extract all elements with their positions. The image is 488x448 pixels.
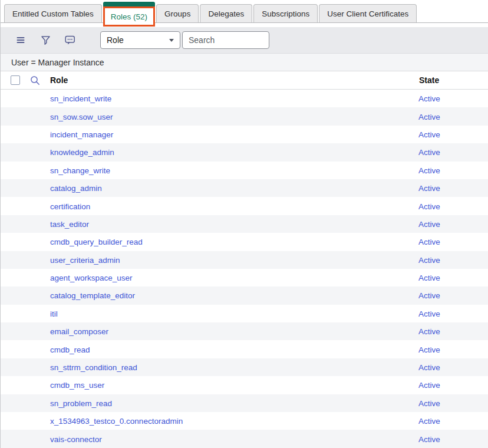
state-link[interactable]: Active: [418, 256, 440, 265]
state-link[interactable]: Active: [418, 166, 440, 175]
active-tab-indicator: [103, 2, 155, 6]
table-row: knowledge_admin Active: [1, 143, 488, 161]
role-link[interactable]: vais-connector: [50, 435, 102, 444]
state-link[interactable]: Active: [418, 220, 440, 229]
selected-column: Role: [107, 35, 124, 45]
role-link[interactable]: catalog_template_editor: [50, 291, 135, 300]
tab-groups[interactable]: Groups: [156, 4, 199, 22]
role-cell: x_1534963_testco_0.connectoradmin: [1, 416, 418, 426]
tab-entitled-custom-tables[interactable]: Entitled Custom Tables: [4, 4, 102, 22]
tab-label: Roles (52): [111, 12, 147, 21]
filter-button[interactable]: [40, 35, 51, 45]
role-link[interactable]: cmdb_read: [50, 345, 90, 354]
state-link[interactable]: Active: [418, 309, 440, 318]
state-link[interactable]: Active: [418, 94, 440, 103]
breadcrumb-condition[interactable]: User = Manager Instance: [11, 58, 104, 67]
state-link[interactable]: Active: [418, 345, 440, 354]
role-link[interactable]: email_composer: [50, 327, 108, 336]
table-row: cmdb_read Active: [1, 340, 488, 358]
role-link[interactable]: sn_change_write: [50, 166, 110, 175]
role-link[interactable]: x_1534963_testco_0.connectoradmin: [50, 417, 183, 426]
state-link[interactable]: Active: [418, 202, 440, 211]
search-input[interactable]: [182, 31, 269, 49]
column-header-state[interactable]: State: [419, 75, 439, 85]
table-row: catalog_admin Active: [1, 179, 488, 197]
breadcrumb: User = Manager Instance: [1, 53, 488, 71]
state-link[interactable]: Active: [418, 417, 440, 426]
role-link[interactable]: itil: [50, 309, 58, 318]
role-cell: sn_problem_read: [1, 398, 418, 409]
tab-subscriptions[interactable]: Subscriptions: [253, 4, 318, 22]
tab-label: User Client Certificates: [327, 9, 408, 18]
role-cell: agent_workspace_user: [1, 272, 418, 283]
role-cell: catalog_template_editor: [1, 290, 418, 301]
chevron-down-icon: [169, 39, 174, 42]
list-menu-button[interactable]: [15, 35, 26, 45]
table-row: catalog_template_editor Active: [1, 286, 488, 304]
role-link[interactable]: sn_sttrm_condition_read: [50, 363, 137, 372]
column-header-role[interactable]: Role: [50, 75, 68, 85]
role-link[interactable]: knowledge_admin: [50, 148, 114, 157]
state-link[interactable]: Active: [418, 184, 440, 193]
chat-button[interactable]: [65, 35, 75, 45]
state-link[interactable]: Active: [418, 291, 440, 300]
table-row: user_criteria_admin Active: [1, 251, 488, 269]
table-row: sn_sow.sow_user Active: [1, 107, 488, 125]
state-link[interactable]: Active: [418, 381, 440, 390]
state-link[interactable]: Active: [418, 399, 440, 408]
highlight-annotation-box: Roles (52): [103, 6, 155, 27]
state-link[interactable]: Active: [418, 238, 440, 246]
state-cell: Active: [418, 308, 488, 319]
state-link[interactable]: Active: [418, 435, 440, 444]
state-link[interactable]: Active: [418, 130, 440, 139]
role-cell: email_composer: [1, 326, 418, 337]
tab-label: Subscriptions: [262, 9, 309, 18]
roles-list: sn_incident_write Active sn_sow.sow_user…: [1, 90, 488, 448]
table-row: sn_change_write Active: [1, 162, 488, 179]
state-link[interactable]: Active: [418, 363, 440, 372]
table-row: cmdb_ms_user Active: [1, 376, 488, 394]
state-cell: Active: [418, 434, 488, 444]
tab-user-client-certificates[interactable]: User Client Certificates: [319, 4, 417, 22]
select-all-checkbox[interactable]: [11, 75, 20, 85]
role-cell: sn_sow.sow_user: [1, 111, 418, 122]
role-link[interactable]: sn_sow.sow_user: [50, 113, 113, 121]
role-link[interactable]: agent_workspace_user: [50, 274, 133, 282]
table-row: vais-connector Active: [1, 430, 488, 447]
state-cell: Active: [418, 380, 488, 390]
role-cell: sn_sttrm_condition_read: [1, 362, 418, 373]
table-row: itil Active: [1, 305, 488, 322]
state-cell: Active: [418, 201, 488, 212]
state-cell: Active: [418, 165, 488, 176]
tab-label: Entitled Custom Tables: [12, 9, 94, 18]
table-row: incident_manager Active: [1, 126, 488, 143]
tab-delegates[interactable]: Delegates: [200, 4, 252, 22]
role-link[interactable]: user_criteria_admin: [50, 256, 120, 265]
role-cell: cmdb_read: [1, 344, 418, 355]
state-link[interactable]: Active: [418, 327, 440, 336]
table-row: task_editor Active: [1, 215, 488, 233]
role-link[interactable]: task_editor: [50, 220, 89, 229]
role-link[interactable]: cmdb_query_builder_read: [50, 238, 143, 246]
table-row: sn_incident_write Active: [1, 90, 488, 107]
tab-roles[interactable]: Roles (52): [103, 2, 155, 27]
search-column-select[interactable]: Role: [100, 31, 180, 49]
state-link[interactable]: Active: [418, 113, 440, 121]
role-link[interactable]: catalog_admin: [50, 184, 102, 193]
filter-icon: [41, 35, 51, 45]
role-cell: sn_change_write: [1, 165, 418, 176]
state-cell: Active: [418, 111, 488, 122]
role-link[interactable]: incident_manager: [50, 130, 113, 139]
role-link[interactable]: sn_incident_write: [50, 94, 111, 103]
role-link[interactable]: certification: [50, 202, 90, 211]
state-link[interactable]: Active: [418, 274, 440, 282]
state-cell: Active: [418, 93, 488, 104]
role-link[interactable]: cmdb_ms_user: [50, 381, 104, 390]
state-link[interactable]: Active: [418, 148, 440, 157]
role-link[interactable]: sn_problem_read: [50, 399, 112, 408]
search-icon: [30, 75, 40, 85]
related-lists-panel: Entitled Custom Tables Roles (52) Groups…: [0, 0, 488, 448]
chat-icon: [65, 35, 75, 45]
menu-icon: [16, 35, 25, 45]
column-search-toggle[interactable]: [30, 75, 40, 88]
